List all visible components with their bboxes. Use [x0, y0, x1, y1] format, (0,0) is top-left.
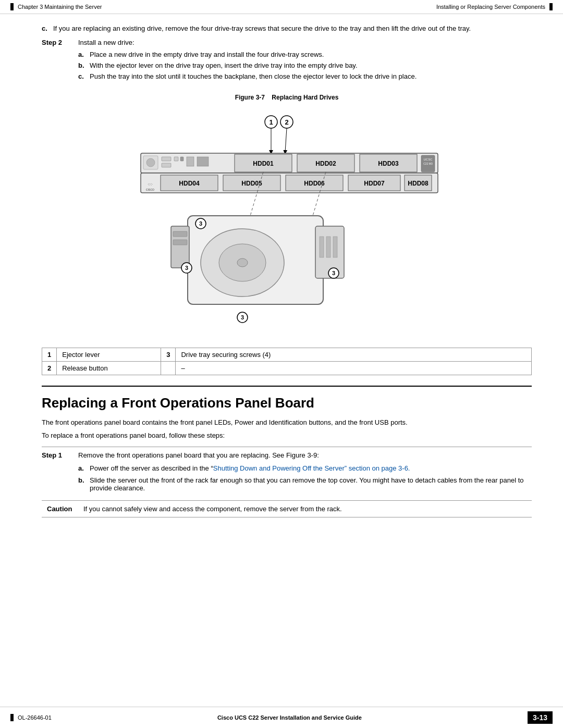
caution-label: Caution	[47, 505, 83, 513]
header-chapter-text: Chapter 3 Maintaining the Server	[18, 4, 102, 10]
step-1-a-link[interactable]: Shutting Down and Powering Off the Serve…	[213, 464, 410, 472]
step-2-intro: Install a new drive:	[78, 39, 532, 46]
step-1-b-label: b.	[78, 476, 90, 492]
footer-center: Cisco UCS C22 Server Installation and Se…	[217, 714, 362, 721]
svg-rect-13	[187, 157, 194, 166]
svg-rect-46	[333, 237, 337, 257]
svg-text:CISCO: CISCO	[146, 188, 154, 191]
header-left: Chapter 3 Maintaining the Server	[10, 3, 102, 10]
step-1-b: b. Slide the server out the front of the…	[78, 476, 532, 492]
page-number: 3-13	[528, 711, 553, 724]
diagram-wrapper: 1 2	[109, 106, 464, 336]
step-1-block: Step 1 Remove the front operations panel…	[42, 447, 532, 495]
legend-num-blank	[161, 362, 176, 375]
legend-num-3: 3	[161, 348, 176, 362]
legend-label-blank: –	[176, 362, 532, 375]
step-2-c-label: c.	[78, 72, 90, 80]
intro-step-c-text: If you are replacing an existing drive, …	[53, 24, 532, 32]
step-1-a-label: a.	[78, 464, 90, 472]
step-2-b: b. With the ejector lever on the drive t…	[78, 61, 532, 69]
svg-text:3: 3	[185, 265, 188, 271]
svg-rect-10	[162, 163, 171, 167]
figure-svg: 1 2	[109, 106, 464, 336]
svg-line-5	[285, 128, 287, 152]
step-1-text: Remove the front operations panel board …	[78, 451, 532, 459]
svg-rect-44	[320, 237, 324, 257]
figure-caption-text: Replacing Hard Drives	[272, 94, 338, 101]
svg-rect-48	[173, 231, 187, 237]
svg-rect-45	[326, 237, 331, 257]
svg-text:2: 2	[285, 118, 288, 126]
step-2-b-label: b.	[78, 61, 90, 69]
step-1-main-text: Remove the front operations panel board …	[78, 451, 319, 459]
step-1-b-text: Slide the server out the front of the ra…	[90, 476, 532, 492]
svg-text:HDD07: HDD07	[364, 180, 385, 187]
step-2-content: Install a new drive: a. Place a new driv…	[78, 39, 532, 83]
step-2-a: a. Place a new drive in the empty drive …	[78, 51, 532, 58]
chapter-marker-icon	[10, 3, 14, 10]
svg-rect-11	[174, 157, 178, 161]
footer-guide-title: Cisco UCS C22 Server Installation and Se…	[217, 714, 362, 721]
section-intro-p2: To replace a front operations panel boar…	[42, 431, 532, 439]
legend-table: 1 Ejector lever 3 Drive tray securing sc…	[42, 348, 532, 375]
step-2-label: Step 2	[42, 39, 78, 83]
svg-rect-9	[162, 157, 171, 161]
header-section-text: Installing or Replacing Server Component…	[436, 4, 545, 10]
svg-text:HDD01: HDD01	[253, 160, 274, 167]
main-content: c. If you are replacing an existing driv…	[0, 14, 563, 533]
svg-text:3: 3	[241, 314, 244, 320]
svg-text:HDD03: HDD03	[378, 160, 399, 167]
svg-text:HDD04: HDD04	[179, 180, 200, 187]
step-1-a-text: Power off the server as described in the…	[90, 464, 532, 472]
legend-row-2: 2 Release button –	[42, 362, 532, 375]
step-2-block: Step 2 Install a new drive: a. Place a n…	[42, 39, 532, 83]
header-right: Installing or Replacing Server Component…	[436, 3, 553, 10]
svg-text:HDD02: HDD02	[315, 160, 336, 167]
svg-point-42	[237, 258, 248, 267]
legend-num-2: 2	[42, 362, 57, 375]
caution-block: Caution If you cannot safely view and ac…	[42, 500, 532, 517]
step-1-a: a. Power off the server as described in …	[78, 464, 532, 472]
intro-step-c: c. If you are replacing an existing driv…	[42, 24, 532, 32]
legend-label-2: Release button	[57, 362, 161, 375]
step-2-b-text: With the ejector lever on the drive tray…	[90, 61, 532, 69]
svg-text:UCSC: UCSC	[423, 158, 433, 161]
section-marker-icon	[549, 3, 553, 10]
figure-caption: Figure 3-7 Replacing Hard Drives	[42, 94, 532, 101]
footer-doc-number: OL-26646-01	[18, 714, 52, 721]
footer-marker-icon	[10, 714, 14, 721]
svg-text:3: 3	[332, 270, 335, 276]
section-divider	[42, 386, 532, 387]
svg-text:C22 M3: C22 M3	[423, 162, 433, 165]
svg-text:·:·:·: ·:·:·	[148, 182, 153, 186]
svg-rect-12	[180, 157, 183, 161]
intro-step-c-label: c.	[42, 24, 53, 32]
section-intro-p1: The front operations panel board contain…	[42, 418, 532, 426]
svg-rect-14	[197, 157, 209, 166]
section-heading: Replacing a Front Operations Panel Board	[42, 395, 532, 411]
header-bar: Chapter 3 Maintaining the Server Install…	[0, 0, 563, 14]
svg-text:1: 1	[269, 118, 273, 126]
step-2-c-text: Push the tray into the slot until it tou…	[90, 72, 532, 80]
svg-text:HDD08: HDD08	[408, 180, 429, 187]
svg-rect-49	[173, 240, 187, 245]
step-1-a-text-before: Power off the server as described in the…	[90, 464, 213, 472]
legend-num-1: 1	[42, 348, 57, 362]
footer: OL-26646-01 Cisco UCS C22 Server Install…	[0, 707, 563, 728]
step-2-c: c. Push the tray into the slot until it …	[78, 72, 532, 80]
legend-row-1: 1 Ejector lever 3 Drive tray securing sc…	[42, 348, 532, 362]
footer-left: OL-26646-01	[10, 714, 52, 721]
caution-text: If you cannot safely view and access the…	[83, 505, 527, 513]
legend-label-3: Drive tray securing screws (4)	[176, 348, 532, 362]
step-1-label: Step 1	[42, 451, 78, 495]
figure-container: Figure 3-7 Replacing Hard Drives 1 2	[42, 94, 532, 337]
step-2-a-text: Place a new drive in the empty drive tra…	[90, 51, 532, 58]
footer-right: 3-13	[528, 711, 553, 724]
figure-number: Figure 3-7	[235, 94, 265, 101]
svg-point-8	[146, 158, 155, 167]
step-2-a-label: a.	[78, 51, 90, 58]
svg-text:3: 3	[199, 220, 202, 227]
step-1-content: Remove the front operations panel board …	[78, 451, 532, 495]
legend-label-1: Ejector lever	[57, 348, 161, 362]
